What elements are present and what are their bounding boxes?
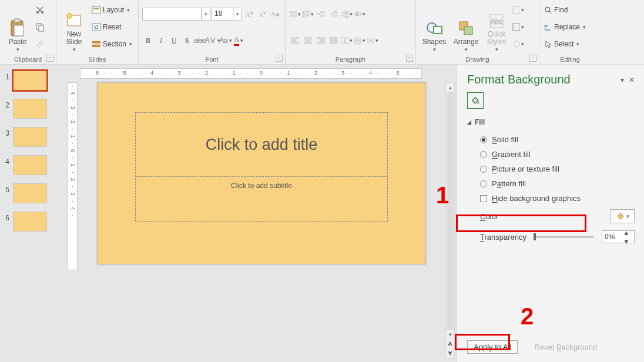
- shapes-button[interactable]: Shapes ▾: [420, 2, 449, 52]
- gradient-fill-option[interactable]: Gradient fill: [467, 147, 635, 162]
- title-placeholder[interactable]: Click to add title: [135, 112, 388, 177]
- font-name-field[interactable]: [143, 8, 202, 20]
- select-button[interactable]: Select▾: [543, 38, 587, 51]
- decrease-indent-button[interactable]: [315, 8, 327, 20]
- new-slide-button[interactable]: ✦ New Slide ▾: [60, 2, 88, 52]
- shape-outline-button[interactable]: ▾: [512, 21, 524, 33]
- smartart-button[interactable]: ▾: [367, 35, 378, 46]
- shape-fill-button[interactable]: ▾: [512, 4, 524, 16]
- hide-bg-graphics-checkbox[interactable]: Hide background graphics: [467, 191, 635, 206]
- shadow-button[interactable]: S: [181, 35, 193, 46]
- prev-slide-button[interactable]: ⮝: [446, 339, 454, 348]
- grow-font-button[interactable]: A▴: [243, 8, 255, 20]
- search-icon: [544, 6, 552, 14]
- section-button[interactable]: Section▾: [90, 38, 133, 51]
- next-slide-button[interactable]: ⮟: [446, 348, 454, 358]
- reset-background-button[interactable]: Reset Background: [528, 341, 603, 353]
- align-center-button[interactable]: [302, 35, 314, 46]
- thumb-preview[interactable]: [13, 212, 47, 232]
- svg-rect-10: [92, 6, 100, 14]
- align-right-button[interactable]: [315, 35, 327, 46]
- arrange-icon: [457, 19, 475, 37]
- bold-button[interactable]: B: [142, 35, 154, 46]
- annotation-number-1: 1: [436, 182, 449, 209]
- font-size-dropdown[interactable]: 18 ▾: [212, 8, 242, 21]
- new-slide-icon: ✦: [65, 12, 83, 29]
- chevron-down-icon[interactable]: ▾: [233, 8, 242, 20]
- chevron-down-icon[interactable]: ▾: [202, 8, 210, 20]
- text-direction-button[interactable]: ⇵A▾: [354, 8, 365, 20]
- svg-rect-31: [291, 38, 298, 39]
- transparency-input[interactable]: 0% ▲▼: [602, 230, 635, 243]
- main-area: 123456 · · 6 · · · 5 · · · 4 · · · 3 · ·…: [0, 65, 644, 362]
- svg-rect-42: [330, 42, 337, 43]
- numbering-button[interactable]: 12▾: [302, 8, 314, 20]
- replace-button[interactable]: abac Replace▾: [543, 21, 587, 33]
- align-text-button[interactable]: ▾: [354, 35, 365, 46]
- color-picker-button[interactable]: ▾: [610, 209, 635, 223]
- shrink-font-button[interactable]: A▾: [256, 8, 268, 20]
- increase-indent-button[interactable]: [328, 8, 340, 20]
- vertical-scrollbar[interactable]: ▴ ▾ ⮝ ⮟: [445, 82, 455, 358]
- quick-styles-button[interactable]: Abc Quick Styles ▾: [483, 2, 510, 52]
- char-spacing-button[interactable]: AV▾: [207, 35, 219, 46]
- shapes-icon: [425, 19, 443, 37]
- font-size-field[interactable]: 18: [212, 8, 233, 20]
- find-button[interactable]: Find: [543, 4, 587, 16]
- chevron-down-icon: ▾: [626, 213, 629, 219]
- copy-button[interactable]: [34, 21, 46, 33]
- shape-effects-button[interactable]: ▾: [512, 38, 524, 50]
- scroll-thumb[interactable]: [447, 92, 454, 330]
- shape-fill-icon: [512, 6, 520, 14]
- slide-canvas[interactable]: Click to add title Click to add subtitle: [97, 82, 426, 264]
- subtitle-placeholder[interactable]: Click to add subtitle: [135, 178, 388, 222]
- slide-thumbnail[interactable]: 5: [2, 183, 61, 203]
- layout-button[interactable]: Layout▾: [90, 4, 133, 16]
- underline-button[interactable]: U: [168, 35, 180, 46]
- pane-options-button[interactable]: ▾: [620, 76, 624, 84]
- solid-fill-option[interactable]: Solid fill: [467, 132, 635, 147]
- font-dialog-launcher[interactable]: ⌐: [276, 55, 283, 62]
- reset-button[interactable]: Reset: [90, 21, 133, 33]
- italic-button[interactable]: I: [155, 35, 167, 46]
- picture-fill-option[interactable]: Picture or texture fill: [467, 162, 635, 176]
- thumb-preview[interactable]: [13, 183, 47, 203]
- font-color-button[interactable]: A▾: [233, 35, 244, 46]
- columns-button[interactable]: ▾: [341, 35, 353, 46]
- line-spacing-button[interactable]: ▾: [341, 8, 353, 20]
- pattern-fill-option[interactable]: Pattern fill: [467, 176, 635, 191]
- strikethrough-button[interactable]: abc: [194, 35, 206, 46]
- transparency-slider[interactable]: [534, 236, 593, 238]
- apply-to-all-button[interactable]: Apply to All: [467, 340, 518, 354]
- slide-thumbnail[interactable]: 6: [2, 212, 61, 232]
- scroll-down-button[interactable]: ▾: [446, 330, 454, 339]
- thumb-preview[interactable]: [13, 71, 47, 90]
- format-painter-button[interactable]: [34, 38, 46, 50]
- paste-button[interactable]: Paste ▾: [4, 2, 32, 52]
- cut-button[interactable]: [34, 4, 46, 16]
- slide-thumbnail[interactable]: 3: [2, 127, 61, 147]
- clear-formatting-button[interactable]: A✖: [269, 8, 281, 20]
- fill-tab-button[interactable]: [467, 92, 484, 109]
- slide-thumbnail[interactable]: 1: [2, 71, 61, 90]
- numbering-icon: 12: [302, 10, 310, 18]
- font-family-dropdown[interactable]: ▾: [142, 8, 210, 21]
- paragraph-dialog-launcher[interactable]: ⌐: [406, 55, 413, 62]
- slide-thumbnail[interactable]: 2: [2, 99, 61, 119]
- justify-button[interactable]: [328, 35, 340, 46]
- align-left-button[interactable]: [289, 35, 301, 46]
- change-case-button[interactable]: Aa▾: [220, 35, 232, 46]
- clipboard-dialog-launcher[interactable]: ⌐: [46, 55, 53, 62]
- bullets-button[interactable]: ▾: [289, 8, 301, 20]
- scroll-up-button[interactable]: ▴: [446, 83, 454, 92]
- thumb-preview[interactable]: [13, 99, 47, 119]
- pane-close-button[interactable]: ✕: [629, 76, 635, 84]
- arrange-button[interactable]: Arrange ▾: [451, 2, 481, 52]
- svg-rect-35: [306, 40, 310, 41]
- spinner-buttons[interactable]: ▲▼: [619, 229, 634, 246]
- thumb-preview[interactable]: [13, 127, 47, 147]
- thumb-preview[interactable]: [13, 155, 47, 175]
- drawing-dialog-launcher[interactable]: ⌐: [529, 55, 536, 62]
- fill-section-header[interactable]: ◢ Fill: [467, 118, 635, 126]
- slide-thumbnail[interactable]: 4: [2, 155, 61, 175]
